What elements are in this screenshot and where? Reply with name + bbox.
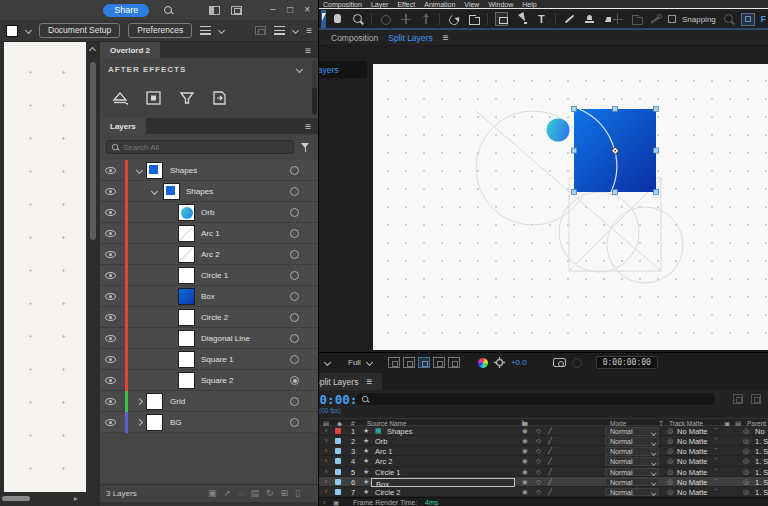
lasso-icon[interactable]: [649, 12, 662, 26]
layer-name[interactable]: Circle 2: [201, 313, 228, 322]
expand-chevron-icon[interactable]: [136, 398, 143, 405]
layer-row-circle-2[interactable]: Circle 2: [100, 307, 318, 328]
row-expand-chevron-icon[interactable]: ›: [325, 437, 327, 444]
layer-label-swatch[interactable]: [335, 469, 341, 475]
rectangle-tool-icon[interactable]: [495, 12, 508, 26]
target-circle-icon[interactable]: [290, 292, 299, 301]
scroll-right-icon[interactable]: ▸: [74, 495, 78, 503]
layer-thumbnail[interactable]: [178, 288, 195, 305]
layer-name-edit-box[interactable]: Box: [371, 478, 515, 488]
layers-panel-menu-icon[interactable]: ≡: [305, 122, 311, 132]
parent-pickwhip-icon[interactable]: ◎: [743, 457, 749, 465]
track-matte-dropdown[interactable]: No Matte: [677, 488, 707, 497]
layer-name[interactable]: Shapes: [186, 187, 213, 196]
effects-switch-icon[interactable]: ╱: [548, 457, 552, 465]
viewer-timecode[interactable]: 0:00:00:00: [596, 356, 658, 369]
timeline-row-shapes[interactable]: ›1★▦Shapes◉◇╱Normal◎No Matteˇ◎No: [319, 426, 768, 436]
dolly-camera-tool-icon[interactable]: [419, 12, 432, 26]
timeline-tab-split-layers[interactable]: Split Layers ≡: [319, 373, 382, 390]
mask-icon[interactable]: [630, 12, 643, 26]
parent-value[interactable]: 1. S: [755, 447, 768, 456]
parent-pickwhip-icon[interactable]: ◎: [743, 488, 749, 496]
resolution-dropdown[interactable]: Full: [348, 358, 361, 367]
blend-mode-dropdown[interactable]: Normal: [605, 437, 659, 446]
blend-mode-dropdown[interactable]: Normal: [605, 488, 659, 497]
layer-source-name[interactable]: Arc 2: [375, 457, 393, 466]
blend-mode-dropdown[interactable]: Normal: [605, 457, 659, 466]
visibility-eye-icon[interactable]: [105, 398, 116, 405]
layer-row-circle-1[interactable]: Circle 1: [100, 265, 318, 286]
shy-switch-icon[interactable]: ◉: [522, 468, 528, 476]
menu-window[interactable]: Window: [488, 1, 513, 8]
arrange-documents-icon[interactable]: [209, 6, 220, 15]
effects-switch-icon[interactable]: ╱: [548, 447, 552, 455]
parent-value[interactable]: 1. S: [755, 457, 768, 466]
quality-switch-icon[interactable]: ◇: [536, 488, 541, 496]
layer-label-swatch[interactable]: [335, 489, 341, 495]
minimize-button[interactable]: −: [270, 5, 276, 15]
layer-row-square-1[interactable]: Square 1: [100, 349, 318, 370]
pan-behind-tool-icon[interactable]: [467, 12, 480, 26]
align-panel-icon[interactable]: [274, 26, 285, 35]
quality-switch-icon[interactable]: ◇: [536, 447, 541, 455]
matte-chevron-icon[interactable]: ˇ: [715, 427, 717, 434]
matte-chevron-icon[interactable]: ˇ: [715, 468, 717, 475]
parent-value[interactable]: No: [755, 427, 765, 436]
matte-chevron-icon[interactable]: ˇ: [715, 478, 717, 485]
visibility-eye-icon[interactable]: [105, 167, 116, 174]
layer-source-name[interactable]: Arc 1: [375, 447, 393, 456]
grid-options-icon[interactable]: [741, 13, 755, 26]
shy-switch-icon[interactable]: ◉: [522, 488, 528, 496]
target-circle-icon[interactable]: [290, 418, 299, 427]
footer-reverse-icon[interactable]: ↻: [266, 488, 274, 498]
target-circle-icon[interactable]: [290, 166, 299, 175]
visibility-eye-icon[interactable]: [105, 188, 116, 195]
search-input[interactable]: [106, 140, 294, 154]
viewer-tab-menu-icon[interactable]: ≡: [443, 33, 449, 43]
target-circle-icon[interactable]: [290, 334, 299, 343]
footer-delete-icon[interactable]: ▯: [295, 488, 300, 498]
effects-switch-icon[interactable]: ╱: [548, 437, 552, 445]
target-circle-icon[interactable]: [290, 229, 299, 238]
scroll-up-icon[interactable]: [89, 47, 96, 54]
quality-switch-icon[interactable]: ◇: [536, 478, 541, 486]
align-icon[interactable]: [611, 12, 624, 26]
expand-chevron-icon[interactable]: [151, 188, 158, 195]
visibility-eye-icon[interactable]: [105, 209, 116, 216]
zoom-corner-icon[interactable]: [722, 12, 735, 26]
expand-render-info-icon[interactable]: ›: [323, 499, 325, 506]
effects-switch-icon[interactable]: ╱: [548, 427, 552, 435]
layer-thumbnail[interactable]: [178, 351, 195, 368]
proportional-grid-icon[interactable]: [403, 357, 415, 368]
layer-row-orb[interactable]: Orb: [100, 202, 318, 223]
visibility-eye-icon[interactable]: [105, 377, 116, 384]
horizontal-scrollbar[interactable]: [2, 496, 30, 501]
layer-name[interactable]: Grid: [170, 397, 185, 406]
type-tool-icon[interactable]: [535, 12, 548, 26]
layer-row-arc-2[interactable]: Arc 2: [100, 244, 318, 265]
timeline-row-circle-1[interactable]: ›5★Circle 1◉◇╱Normal◎No Matteˇ◎1. S: [319, 467, 768, 477]
quality-switch-icon[interactable]: ◇: [536, 427, 541, 435]
parent-value[interactable]: 1. S: [755, 437, 768, 446]
blend-mode-dropdown[interactable]: Normal: [605, 427, 659, 436]
effects-switch-icon[interactable]: ╱: [548, 468, 552, 476]
layer-name[interactable]: BG: [170, 418, 182, 427]
menu-view[interactable]: View: [464, 1, 479, 8]
maximize-button[interactable]: □: [287, 5, 293, 15]
section-collapse-icon[interactable]: [296, 66, 303, 73]
layer-name[interactable]: Shapes: [170, 166, 197, 175]
align-chevron-icon[interactable]: [292, 27, 299, 34]
snapping-checkbox[interactable]: [668, 15, 676, 23]
search-icon[interactable]: [164, 6, 173, 15]
track-matte-pickwhip-icon[interactable]: ◎: [667, 478, 673, 486]
track-matte-dropdown[interactable]: No Matte: [677, 437, 707, 446]
clone-stamp-tool-icon[interactable]: [583, 12, 596, 26]
quality-switch-icon[interactable]: ◇: [536, 468, 541, 476]
timeline-row-arc-1[interactable]: ›3★Arc 1◉◇╱Normal◎No Matteˇ◎1. S: [319, 446, 768, 456]
layer-row-shapes[interactable]: Shapes: [100, 181, 318, 202]
workspace-label-fragment[interactable]: F: [761, 14, 766, 24]
visibility-eye-icon[interactable]: [105, 335, 116, 342]
snapping-label[interactable]: Snapping: [682, 15, 716, 24]
parent-pickwhip-icon[interactable]: ◎: [743, 427, 749, 435]
expand-chevron-icon[interactable]: [136, 419, 143, 426]
